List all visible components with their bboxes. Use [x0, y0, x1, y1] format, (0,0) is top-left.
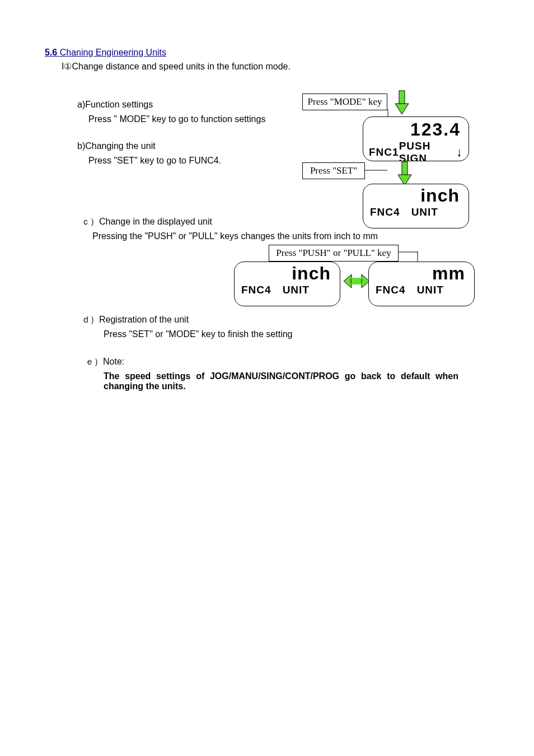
connector-line: [417, 251, 418, 263]
lcd-display-2: inch FNC4 UNIT: [363, 184, 469, 228]
lcd2-fnc: FNC4: [370, 206, 400, 218]
section-number: 5.6: [45, 48, 57, 57]
intro-text: I①Change distance and speed units in the…: [62, 61, 489, 72]
lcd1-arrow-icon: ↓: [456, 145, 463, 160]
lcd3-unit: inch: [235, 262, 340, 284]
press-set-box: Press "SET": [302, 162, 365, 179]
lcd4-fnc: FNC4: [376, 284, 406, 296]
press-mode-box: Press "MODE" key: [302, 94, 387, 110]
connector-line: [399, 251, 418, 253]
lcd1-label: PUSH SIGN: [399, 140, 453, 161]
step-e-sub: The speed settings of JOG/MANU/SING/CONT…: [104, 371, 489, 391]
svg-marker-8: [344, 274, 352, 288]
lcd2-label: UNIT: [411, 206, 438, 218]
press-pushpull-box: Press "PUSH" or "PULL" key: [269, 245, 399, 262]
lcd4-label: UNIT: [417, 284, 444, 296]
arrow-down-icon: [392, 88, 412, 116]
lcd3-label: UNIT: [283, 284, 310, 296]
step-a-label: a)Function settings: [77, 100, 489, 110]
lcd-display-1: 123.4 FNC1 PUSH SIGN ↓: [363, 116, 469, 161]
svg-marker-1: [395, 104, 409, 114]
lcd1-value: 123.4: [363, 117, 469, 140]
step-d-label: ｄ）Registration of the unit: [81, 314, 489, 326]
lcd2-unit: inch: [363, 184, 469, 206]
lcd3-fnc: FNC4: [241, 284, 271, 296]
double-arrow-icon: [343, 270, 371, 292]
svg-rect-4: [402, 162, 407, 175]
section-heading: 5.6 Chaning Engineering Units: [45, 48, 489, 58]
step-e-label: ｅ）Note:: [85, 356, 489, 368]
section-title-text: Chaning Engineering Units: [60, 48, 166, 57]
lcd4-unit: mm: [369, 262, 474, 284]
step-d-sub: Press "SET" or "MODE" key to finish the …: [104, 329, 489, 339]
lcd-display-4: mm FNC4 UNIT: [368, 262, 475, 306]
svg-rect-9: [351, 278, 362, 284]
connector-line: [387, 109, 388, 117]
lcd1-fnc: FNC1: [369, 146, 399, 158]
step-c-sub: Pressing the "PUSH" or "PULL" keys chang…: [92, 231, 489, 241]
svg-rect-0: [399, 91, 405, 104]
connector-line: [365, 170, 387, 171]
lcd-display-3: inch FNC4 UNIT: [234, 262, 340, 306]
